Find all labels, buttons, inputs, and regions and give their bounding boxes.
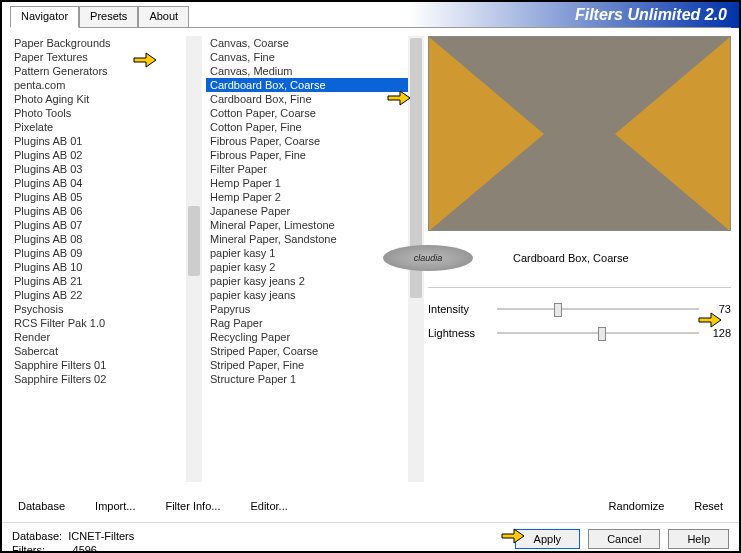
list-item[interactable]: Plugins AB 07 (10, 218, 202, 232)
list-item[interactable]: Fibrous Paper, Fine (206, 148, 424, 162)
list-item[interactable]: Pattern Generators (10, 64, 202, 78)
param-intensity: Intensity 73 (428, 300, 731, 318)
intensity-label: Intensity (428, 303, 493, 315)
reset-button[interactable]: Reset (688, 498, 729, 514)
list-item[interactable]: Plugins AB 10 (10, 260, 202, 274)
list-item[interactable]: Mineral Paper, Limestone (206, 218, 424, 232)
list-item[interactable]: Plugins AB 04 (10, 176, 202, 190)
list-item[interactable]: Paper Textures (10, 50, 202, 64)
pointer-icon (386, 86, 412, 111)
pointer-icon (132, 48, 158, 73)
list-item[interactable]: Sabercat (10, 344, 202, 358)
window-title: Filters Unlimited 2.0 (189, 2, 739, 28)
list-item[interactable]: Photo Tools (10, 106, 202, 120)
list-item[interactable]: RCS Filter Pak 1.0 (10, 316, 202, 330)
list-item[interactable]: Mineral Paper, Sandstone (206, 232, 424, 246)
selected-filter-name: Cardboard Box, Coarse (513, 252, 629, 264)
list-item[interactable]: Canvas, Fine (206, 50, 424, 64)
list-item[interactable]: Striped Paper, Fine (206, 358, 424, 372)
list-item[interactable]: Plugins AB 02 (10, 148, 202, 162)
list-item[interactable]: Structure Paper 1 (206, 372, 424, 386)
lightness-slider[interactable] (497, 332, 699, 334)
pointer-icon (697, 308, 723, 333)
list-item[interactable]: Hemp Paper 1 (206, 176, 424, 190)
status-info: Database: ICNET-Filters Filters: 4596 (12, 529, 134, 553)
list-item[interactable]: Recycling Paper (206, 330, 424, 344)
list-item[interactable]: Render (10, 330, 202, 344)
list-item[interactable]: papier kasy jeans 2 (206, 274, 424, 288)
help-button[interactable]: Help (668, 529, 729, 549)
tab-about[interactable]: About (138, 6, 189, 28)
lightness-label: Lightness (428, 327, 493, 339)
list-item[interactable]: Cotton Paper, Fine (206, 120, 424, 134)
list-item[interactable]: Japanese Paper (206, 204, 424, 218)
list-item[interactable]: Filter Paper (206, 162, 424, 176)
list-item[interactable]: Sapphire Filters 02 (10, 372, 202, 386)
scrollbar-categories[interactable] (186, 36, 202, 482)
cancel-button[interactable]: Cancel (588, 529, 660, 549)
filter-info-button[interactable]: Filter Info... (159, 498, 226, 514)
randomize-button[interactable]: Randomize (603, 498, 671, 514)
editor-button[interactable]: Editor... (244, 498, 293, 514)
list-item[interactable]: Paper Backgrounds (10, 36, 202, 50)
list-item[interactable]: Plugins AB 01 (10, 134, 202, 148)
list-item[interactable]: Papyrus (206, 302, 424, 316)
tab-navigator[interactable]: Navigator (10, 6, 79, 28)
list-item[interactable]: Pixelate (10, 120, 202, 134)
list-item[interactable]: Plugins AB 08 (10, 232, 202, 246)
filter-preview (428, 36, 731, 231)
list-item[interactable]: papier kasy jeans (206, 288, 424, 302)
list-item[interactable]: Plugins AB 22 (10, 288, 202, 302)
list-item[interactable]: Fibrous Paper, Coarse (206, 134, 424, 148)
list-item[interactable]: penta.com (10, 78, 202, 92)
list-item[interactable]: Plugins AB 03 (10, 162, 202, 176)
list-item[interactable]: Plugins AB 06 (10, 204, 202, 218)
list-item[interactable]: Plugins AB 09 (10, 246, 202, 260)
database-button[interactable]: Database (12, 498, 71, 514)
import-button[interactable]: Import... (89, 498, 141, 514)
tab-presets[interactable]: Presets (79, 6, 138, 28)
list-item[interactable]: Canvas, Medium (206, 64, 424, 78)
category-list[interactable]: Paper BackgroundsPaper TexturesPattern G… (10, 36, 202, 482)
list-item[interactable]: Canvas, Coarse (206, 36, 424, 50)
list-item[interactable]: Photo Aging Kit (10, 92, 202, 106)
list-item[interactable]: Sapphire Filters 01 (10, 358, 202, 372)
list-item[interactable]: Rag Paper (206, 316, 424, 330)
pointer-icon (500, 524, 526, 549)
list-item[interactable]: Hemp Paper 2 (206, 190, 424, 204)
list-item[interactable]: Striped Paper, Coarse (206, 344, 424, 358)
param-lightness: Lightness 128 (428, 324, 731, 342)
list-item[interactable]: Plugins AB 21 (10, 274, 202, 288)
watermark: claudia (383, 245, 473, 271)
list-item[interactable]: Plugins AB 05 (10, 190, 202, 204)
intensity-slider[interactable] (497, 308, 699, 310)
list-item[interactable]: Psychosis (10, 302, 202, 316)
